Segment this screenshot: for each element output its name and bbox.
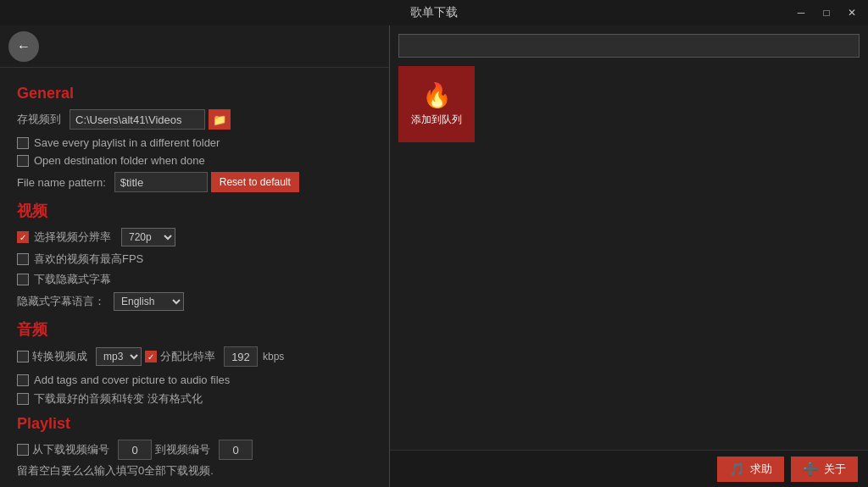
playlist-area: 🔥 添加到队列	[398, 66, 860, 479]
open-dest-label: Open destination folder when done	[34, 154, 205, 167]
back-icon: ←	[17, 39, 31, 54]
audio-heading: 音频	[17, 319, 372, 340]
help-label: 求助	[750, 462, 772, 477]
fire-icon: 🔥	[422, 81, 452, 109]
playlist-note: 留着空白要么么输入填写0全部下载视频.	[17, 463, 214, 479]
best-audio-label: 下载最好的音频和转变 没有格式化	[34, 391, 203, 407]
bottom-bar: 🎵 求助 ➕ 关于	[390, 450, 868, 487]
about-button[interactable]: ➕ 关于	[791, 457, 858, 482]
add-to-queue-tile[interactable]: 🔥 添加到队列	[398, 66, 475, 142]
subtitle-lang-select[interactable]: English Chinese Japanese Korean	[114, 292, 184, 311]
save-to-label: 存视频到	[17, 112, 61, 127]
playlist-heading: Playlist	[17, 415, 372, 433]
bitrate-unit: kbps	[263, 351, 284, 362]
maximize-button[interactable]: □	[814, 3, 839, 22]
add-queue-label: 添加到队列	[411, 113, 462, 127]
playlist-range-checkbox[interactable]	[17, 444, 29, 456]
right-panel: 🔥 添加到队列 🎵 求助 ➕ 关于	[390, 25, 868, 487]
to-label: 到视频编号	[155, 442, 210, 457]
fps-checkbox[interactable]	[17, 253, 29, 265]
open-dest-checkbox[interactable]	[17, 155, 29, 167]
bitrate-input[interactable]	[224, 346, 258, 367]
to-input[interactable]	[219, 440, 253, 460]
playlist-folder-checkbox[interactable]	[17, 137, 29, 149]
file-pattern-row: File name pattern: Reset to default	[17, 172, 372, 192]
best-audio-row: 下载最好的音频和转变 没有格式化	[17, 391, 372, 407]
fps-row: 喜欢的视频有最高FPS	[17, 252, 372, 267]
video-heading: 视频	[17, 201, 372, 221]
best-audio-checkbox[interactable]	[17, 393, 29, 405]
from-label: 从下载视频编号	[32, 442, 109, 457]
file-pattern-label: File name pattern:	[17, 176, 106, 189]
search-input[interactable]	[398, 34, 860, 58]
bitrate-enable-checkbox[interactable]	[145, 351, 157, 362]
folder-browse-button[interactable]: 📁	[209, 109, 231, 130]
about-label: 关于	[824, 462, 846, 477]
subtitles-checkbox[interactable]	[17, 274, 29, 285]
convert-checkbox[interactable]	[17, 351, 29, 362]
from-input[interactable]	[118, 440, 152, 460]
window-title: 歌单下载	[410, 5, 458, 20]
select-res-label: 选择视频分辨率	[34, 230, 111, 245]
fps-label: 喜欢的视频有最高FPS	[34, 252, 143, 267]
about-icon: ➕	[803, 462, 819, 477]
main-container: ← General 存视频到 📁 Save every playlist in …	[0, 25, 868, 487]
playlist-range-row: 从下载视频编号 到视频编号 留着空白要么么输入填写0全部下载视频.	[17, 440, 372, 479]
subtitle-lang-row: 隐藏式字幕语言： English Chinese Japanese Korean	[17, 292, 372, 311]
back-area: ←	[0, 25, 389, 68]
bitrate-label: 分配比特率	[160, 349, 215, 364]
resolution-select[interactable]: 720p 360p 480p 1080p Best	[121, 228, 175, 246]
subtitles-label: 下载隐藏式字幕	[34, 272, 111, 287]
playlist-folder-label: Save every playlist in a different folde…	[34, 136, 220, 149]
tags-row: Add tags and cover picture to audio file…	[17, 374, 372, 386]
back-button[interactable]: ←	[8, 31, 39, 62]
help-button[interactable]: 🎵 求助	[717, 457, 784, 482]
general-heading: General	[17, 85, 372, 102]
minimize-button[interactable]: ─	[788, 3, 814, 22]
tags-checkbox[interactable]	[17, 374, 29, 386]
audio-convert-row: 转换视频成 mp3 aac wav flac ogg 分配比特率 kbps	[17, 346, 372, 367]
subtitle-lang-label: 隐藏式字幕语言：	[17, 294, 105, 309]
file-pattern-input[interactable]	[114, 172, 208, 192]
save-to-row: 存视频到 📁	[17, 109, 372, 130]
tags-label: Add tags and cover picture to audio file…	[34, 374, 230, 386]
left-panel: ← General 存视频到 📁 Save every playlist in …	[0, 25, 390, 487]
close-button[interactable]: ✕	[839, 3, 865, 22]
title-bar: 歌单下载 ─ □ ✕	[0, 0, 868, 25]
select-res-checkbox[interactable]	[17, 231, 29, 243]
playlist-folder-row: Save every playlist in a different folde…	[17, 136, 372, 149]
help-icon: 🎵	[729, 462, 745, 477]
folder-icon: 📁	[213, 113, 226, 126]
open-dest-row: Open destination folder when done	[17, 154, 372, 167]
reset-default-button[interactable]: Reset to default	[211, 172, 299, 192]
subtitles-row: 下载隐藏式字幕	[17, 272, 372, 287]
select-res-row: 选择视频分辨率 720p 360p 480p 1080p Best	[17, 228, 372, 246]
settings-scroll: General 存视频到 📁 Save every playlist in a …	[0, 68, 389, 487]
save-path-input[interactable]	[70, 109, 205, 130]
convert-label: 转换视频成	[32, 349, 87, 364]
audio-format-select[interactable]: mp3 aac wav flac ogg	[96, 347, 142, 366]
